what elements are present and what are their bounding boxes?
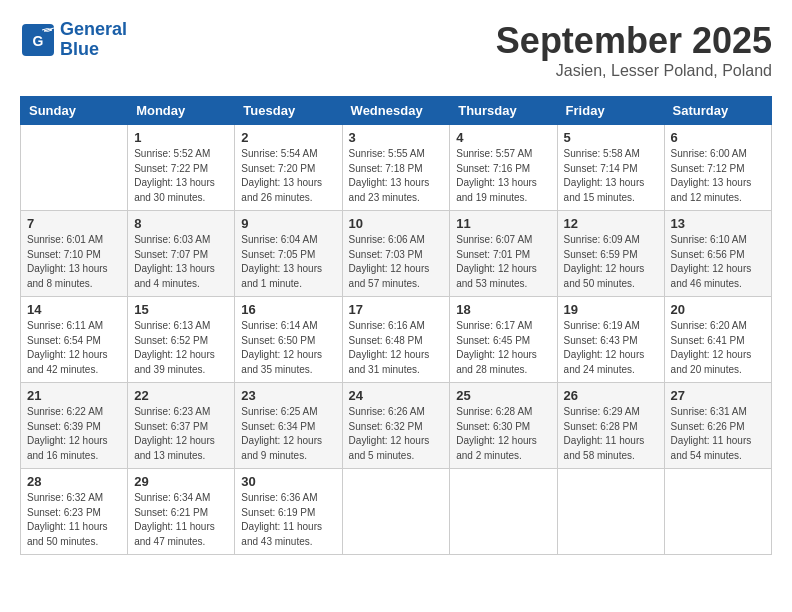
day-number: 9 <box>241 216 335 231</box>
calendar-cell: 12Sunrise: 6:09 AMSunset: 6:59 PMDayligh… <box>557 211 664 297</box>
svg-text:G: G <box>33 33 44 49</box>
calendar-cell: 5Sunrise: 5:58 AMSunset: 7:14 PMDaylight… <box>557 125 664 211</box>
weekday-header-tuesday: Tuesday <box>235 97 342 125</box>
calendar-cell: 8Sunrise: 6:03 AMSunset: 7:07 PMDaylight… <box>128 211 235 297</box>
day-info: Sunrise: 6:19 AMSunset: 6:43 PMDaylight:… <box>564 319 658 377</box>
calendar-week-row: 7Sunrise: 6:01 AMSunset: 7:10 PMDaylight… <box>21 211 772 297</box>
day-info: Sunrise: 6:23 AMSunset: 6:37 PMDaylight:… <box>134 405 228 463</box>
calendar-cell: 21Sunrise: 6:22 AMSunset: 6:39 PMDayligh… <box>21 383 128 469</box>
day-info: Sunrise: 6:29 AMSunset: 6:28 PMDaylight:… <box>564 405 658 463</box>
day-info: Sunrise: 6:20 AMSunset: 6:41 PMDaylight:… <box>671 319 765 377</box>
calendar-cell: 18Sunrise: 6:17 AMSunset: 6:45 PMDayligh… <box>450 297 557 383</box>
calendar-header-row: SundayMondayTuesdayWednesdayThursdayFrid… <box>21 97 772 125</box>
day-number: 23 <box>241 388 335 403</box>
calendar-cell <box>557 469 664 555</box>
day-number: 8 <box>134 216 228 231</box>
calendar-cell: 29Sunrise: 6:34 AMSunset: 6:21 PMDayligh… <box>128 469 235 555</box>
calendar-cell: 1Sunrise: 5:52 AMSunset: 7:22 PMDaylight… <box>128 125 235 211</box>
calendar-cell: 6Sunrise: 6:00 AMSunset: 7:12 PMDaylight… <box>664 125 771 211</box>
day-number: 12 <box>564 216 658 231</box>
day-number: 25 <box>456 388 550 403</box>
calendar-week-row: 21Sunrise: 6:22 AMSunset: 6:39 PMDayligh… <box>21 383 772 469</box>
calendar-week-row: 28Sunrise: 6:32 AMSunset: 6:23 PMDayligh… <box>21 469 772 555</box>
day-info: Sunrise: 6:36 AMSunset: 6:19 PMDaylight:… <box>241 491 335 549</box>
weekday-header-wednesday: Wednesday <box>342 97 450 125</box>
weekday-header-friday: Friday <box>557 97 664 125</box>
day-info: Sunrise: 6:25 AMSunset: 6:34 PMDaylight:… <box>241 405 335 463</box>
day-number: 15 <box>134 302 228 317</box>
day-info: Sunrise: 5:55 AMSunset: 7:18 PMDaylight:… <box>349 147 444 205</box>
calendar-cell: 28Sunrise: 6:32 AMSunset: 6:23 PMDayligh… <box>21 469 128 555</box>
calendar-table: SundayMondayTuesdayWednesdayThursdayFrid… <box>20 96 772 555</box>
day-info: Sunrise: 6:10 AMSunset: 6:56 PMDaylight:… <box>671 233 765 291</box>
weekday-header-saturday: Saturday <box>664 97 771 125</box>
day-number: 29 <box>134 474 228 489</box>
calendar-cell: 14Sunrise: 6:11 AMSunset: 6:54 PMDayligh… <box>21 297 128 383</box>
day-number: 16 <box>241 302 335 317</box>
day-info: Sunrise: 6:03 AMSunset: 7:07 PMDaylight:… <box>134 233 228 291</box>
day-number: 27 <box>671 388 765 403</box>
day-number: 30 <box>241 474 335 489</box>
day-info: Sunrise: 6:11 AMSunset: 6:54 PMDaylight:… <box>27 319 121 377</box>
calendar-cell <box>450 469 557 555</box>
calendar-cell: 10Sunrise: 6:06 AMSunset: 7:03 PMDayligh… <box>342 211 450 297</box>
page-header: G General Blue September 2025 Jasien, Le… <box>20 20 772 80</box>
day-number: 3 <box>349 130 444 145</box>
calendar-cell: 11Sunrise: 6:07 AMSunset: 7:01 PMDayligh… <box>450 211 557 297</box>
day-number: 26 <box>564 388 658 403</box>
calendar-cell: 7Sunrise: 6:01 AMSunset: 7:10 PMDaylight… <box>21 211 128 297</box>
calendar-cell: 4Sunrise: 5:57 AMSunset: 7:16 PMDaylight… <box>450 125 557 211</box>
day-info: Sunrise: 6:14 AMSunset: 6:50 PMDaylight:… <box>241 319 335 377</box>
logo: G General Blue <box>20 20 127 60</box>
day-info: Sunrise: 6:13 AMSunset: 6:52 PMDaylight:… <box>134 319 228 377</box>
day-info: Sunrise: 6:04 AMSunset: 7:05 PMDaylight:… <box>241 233 335 291</box>
day-number: 6 <box>671 130 765 145</box>
day-info: Sunrise: 6:32 AMSunset: 6:23 PMDaylight:… <box>27 491 121 549</box>
calendar-cell: 20Sunrise: 6:20 AMSunset: 6:41 PMDayligh… <box>664 297 771 383</box>
calendar-cell: 17Sunrise: 6:16 AMSunset: 6:48 PMDayligh… <box>342 297 450 383</box>
day-info: Sunrise: 6:16 AMSunset: 6:48 PMDaylight:… <box>349 319 444 377</box>
day-number: 28 <box>27 474 121 489</box>
day-info: Sunrise: 6:00 AMSunset: 7:12 PMDaylight:… <box>671 147 765 205</box>
logo-blue: Blue <box>60 40 127 60</box>
calendar-cell <box>664 469 771 555</box>
calendar-week-row: 1Sunrise: 5:52 AMSunset: 7:22 PMDaylight… <box>21 125 772 211</box>
day-number: 21 <box>27 388 121 403</box>
logo-general: General <box>60 20 127 40</box>
title-block: September 2025 Jasien, Lesser Poland, Po… <box>496 20 772 80</box>
weekday-header-monday: Monday <box>128 97 235 125</box>
day-info: Sunrise: 6:28 AMSunset: 6:30 PMDaylight:… <box>456 405 550 463</box>
calendar-cell: 23Sunrise: 6:25 AMSunset: 6:34 PMDayligh… <box>235 383 342 469</box>
day-info: Sunrise: 6:34 AMSunset: 6:21 PMDaylight:… <box>134 491 228 549</box>
calendar-cell <box>21 125 128 211</box>
calendar-cell: 13Sunrise: 6:10 AMSunset: 6:56 PMDayligh… <box>664 211 771 297</box>
calendar-week-row: 14Sunrise: 6:11 AMSunset: 6:54 PMDayligh… <box>21 297 772 383</box>
day-number: 2 <box>241 130 335 145</box>
day-number: 7 <box>27 216 121 231</box>
calendar-cell: 9Sunrise: 6:04 AMSunset: 7:05 PMDaylight… <box>235 211 342 297</box>
day-number: 19 <box>564 302 658 317</box>
weekday-header-sunday: Sunday <box>21 97 128 125</box>
subtitle: Jasien, Lesser Poland, Poland <box>496 62 772 80</box>
day-info: Sunrise: 6:22 AMSunset: 6:39 PMDaylight:… <box>27 405 121 463</box>
calendar-cell: 16Sunrise: 6:14 AMSunset: 6:50 PMDayligh… <box>235 297 342 383</box>
calendar-cell: 27Sunrise: 6:31 AMSunset: 6:26 PMDayligh… <box>664 383 771 469</box>
calendar-cell: 25Sunrise: 6:28 AMSunset: 6:30 PMDayligh… <box>450 383 557 469</box>
calendar-cell: 22Sunrise: 6:23 AMSunset: 6:37 PMDayligh… <box>128 383 235 469</box>
calendar-cell: 19Sunrise: 6:19 AMSunset: 6:43 PMDayligh… <box>557 297 664 383</box>
day-number: 5 <box>564 130 658 145</box>
calendar-cell: 2Sunrise: 5:54 AMSunset: 7:20 PMDaylight… <box>235 125 342 211</box>
calendar-cell: 15Sunrise: 6:13 AMSunset: 6:52 PMDayligh… <box>128 297 235 383</box>
day-info: Sunrise: 6:17 AMSunset: 6:45 PMDaylight:… <box>456 319 550 377</box>
day-info: Sunrise: 5:52 AMSunset: 7:22 PMDaylight:… <box>134 147 228 205</box>
day-number: 18 <box>456 302 550 317</box>
day-info: Sunrise: 6:26 AMSunset: 6:32 PMDaylight:… <box>349 405 444 463</box>
day-number: 1 <box>134 130 228 145</box>
day-number: 24 <box>349 388 444 403</box>
day-info: Sunrise: 6:07 AMSunset: 7:01 PMDaylight:… <box>456 233 550 291</box>
main-title: September 2025 <box>496 20 772 62</box>
day-number: 20 <box>671 302 765 317</box>
day-number: 10 <box>349 216 444 231</box>
day-info: Sunrise: 6:06 AMSunset: 7:03 PMDaylight:… <box>349 233 444 291</box>
day-info: Sunrise: 6:09 AMSunset: 6:59 PMDaylight:… <box>564 233 658 291</box>
